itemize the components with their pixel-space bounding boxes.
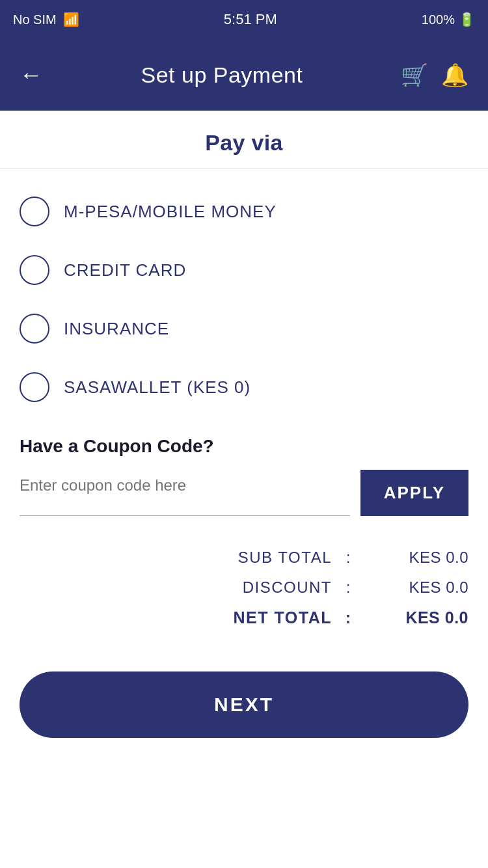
battery-percent: 100% [422,12,455,27]
coupon-title: Have a Coupon Code? [20,436,468,457]
payment-label-sasawallet: SASAWALLET (KES 0) [64,377,251,398]
subtotal-colon: : [332,549,364,567]
page-content: Pay via M-PESA/MOBILE MONEY CREDIT CARD … [0,111,488,868]
battery-icon: 🔋 [459,12,475,27]
coupon-section: Have a Coupon Code? APPLY [0,429,488,529]
coupon-input-row: APPLY [20,470,468,516]
discount-colon: : [332,578,364,597]
radio-sasawallet[interactable] [20,372,49,402]
payment-option-credit-card[interactable]: CREDIT CARD [20,241,468,299]
payment-option-mpesa[interactable]: M-PESA/MOBILE MONEY [20,182,468,241]
net-total-label: NET TOTAL [176,608,332,627]
status-time: 5:51 PM [224,11,277,28]
status-bar: No SIM 📶 5:51 PM 100% 🔋 [0,0,488,39]
discount-label: DISCOUNT [176,578,332,597]
radio-insurance[interactable] [20,314,49,344]
nav-icons: 🛒 🔔 [401,62,468,88]
pay-via-title: Pay via [0,130,488,156]
payment-label-mpesa: M-PESA/MOBILE MONEY [64,202,277,222]
discount-row: DISCOUNT : KES 0.0 [20,578,468,597]
subtotal-row: SUB TOTAL : KES 0.0 [20,549,468,567]
next-button[interactable]: NEXT [20,671,468,738]
status-left: No SIM 📶 [13,12,79,27]
coupon-input-wrapper [20,470,350,516]
apply-button[interactable]: APPLY [360,470,468,516]
net-total-colon: : [332,608,364,627]
net-total-value: KES 0.0 [364,608,468,627]
subtotal-label: SUB TOTAL [176,549,332,567]
net-total-row: NET TOTAL : KES 0.0 [20,608,468,627]
coupon-input[interactable] [20,470,350,501]
nav-title: Set up Payment [141,62,303,88]
back-button[interactable]: ← [20,61,43,88]
payment-option-insurance[interactable]: INSURANCE [20,299,468,358]
nav-bar: ← Set up Payment 🛒 🔔 [0,39,488,111]
pay-via-header: Pay via [0,111,488,169]
carrier-text: No SIM [13,12,57,27]
totals-section: SUB TOTAL : KES 0.0 DISCOUNT : KES 0.0 N… [0,529,488,652]
radio-mpesa[interactable] [20,197,49,226]
status-right: 100% 🔋 [422,12,475,27]
subtotal-value: KES 0.0 [364,549,468,567]
radio-credit-card[interactable] [20,255,49,285]
next-button-wrapper: NEXT [0,652,488,764]
payment-option-sasawallet[interactable]: SASAWALLET (KES 0) [20,358,468,416]
discount-value: KES 0.0 [364,578,468,597]
wifi-icon: 📶 [63,12,79,27]
payment-label-insurance: INSURANCE [64,319,169,339]
notification-icon[interactable]: 🔔 [441,62,468,88]
cart-icon[interactable]: 🛒 [401,62,428,88]
payment-label-credit-card: CREDIT CARD [64,260,186,280]
payment-options: M-PESA/MOBILE MONEY CREDIT CARD INSURANC… [0,169,488,429]
